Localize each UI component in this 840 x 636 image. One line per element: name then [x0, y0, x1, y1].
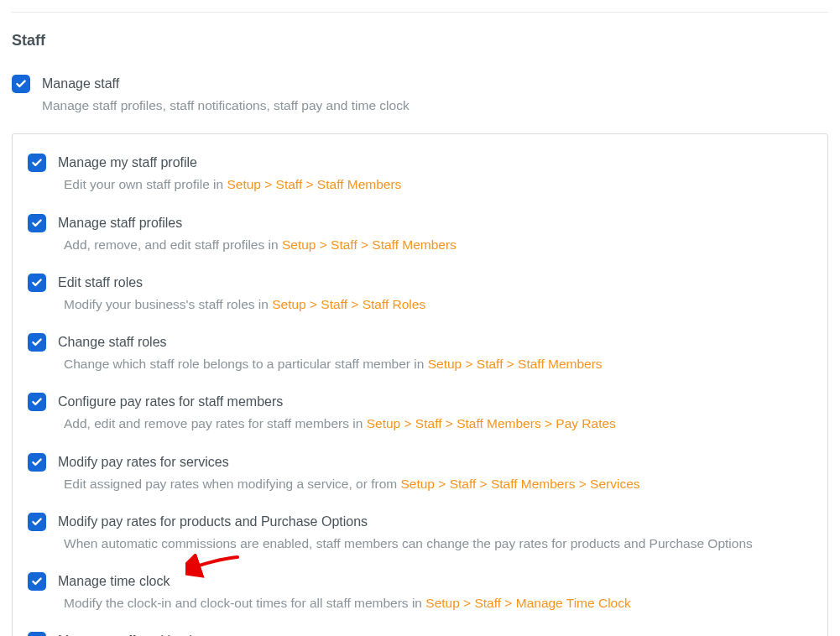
permission-text: Manage time clock Modify the clock-in an…: [58, 571, 812, 613]
breadcrumb-link[interactable]: Setup > Staff > Staff Members: [282, 237, 457, 252]
permission-label: Modify pay rates for services: [58, 452, 812, 472]
permission-label: Manage my staff profile: [58, 153, 812, 173]
checkmark-icon: [31, 277, 43, 289]
breadcrumb-link[interactable]: Setup > Staff > Staff Members: [428, 357, 603, 371]
breadcrumb-link[interactable]: Setup > Staff > Manage Time Clock: [425, 596, 630, 610]
sub-permission-row: Manage my staff profile Edit your own st…: [28, 153, 812, 194]
permission-text: Edit staff roles Modify your business's …: [58, 273, 812, 314]
main-container: Staff Manage staff Manage staff profiles…: [12, 12, 828, 636]
permission-description: Modify your business's staff roles in Se…: [58, 295, 812, 314]
permission-label: Manage time clock: [58, 571, 812, 592]
breadcrumb-link[interactable]: Setup > Staff > Staff Members: [227, 177, 401, 191]
checkbox-manage-staff-profiles[interactable]: [28, 214, 46, 232]
permission-description: Edit assigned pay rates when modifying a…: [58, 474, 812, 493]
checkmark-icon: [31, 456, 43, 468]
checkbox-manage-time-clock[interactable]: [28, 572, 46, 591]
sub-permission-row: Modify pay rates for services Edit assig…: [28, 452, 812, 493]
permission-description: Edit your own staff profile in Setup > S…: [58, 175, 812, 194]
permission-description: Add, remove, and edit staff profiles in …: [58, 235, 812, 254]
section-title: Staff: [12, 29, 828, 52]
sub-permission-row: Manage staff working hours Modify the av…: [28, 631, 812, 636]
checkbox-configure-pay-rates[interactable]: [28, 393, 46, 411]
permission-text: Modify pay rates for products and Purcha…: [58, 512, 812, 553]
checkbox-manage-my-staff-profile[interactable]: [28, 154, 46, 172]
checkmark-icon: [31, 336, 43, 348]
checkmark-icon: [31, 157, 43, 169]
permission-text: Change staff roles Change which staff ro…: [58, 332, 812, 373]
sub-permission-row: Change staff roles Change which staff ro…: [28, 332, 812, 373]
checkmark-icon: [31, 217, 43, 229]
permission-description: Add, edit and remove pay rates for staff…: [58, 414, 812, 433]
checkbox-modify-pay-rates-products[interactable]: [28, 513, 46, 531]
permission-text: Configure pay rates for staff members Ad…: [58, 392, 812, 433]
permission-description: Modify the clock-in and clock-out times …: [58, 593, 812, 613]
main-permission-row: Manage staff Manage staff profiles, staf…: [12, 74, 828, 115]
main-permission-label: Manage staff: [42, 74, 828, 94]
sub-permission-row: Modify pay rates for products and Purcha…: [28, 512, 812, 553]
permission-text: Modify pay rates for services Edit assig…: [58, 452, 812, 493]
sub-permission-row: Manage time clock Modify the clock-in an…: [28, 571, 812, 613]
checkbox-modify-pay-rates-services[interactable]: [28, 453, 46, 472]
checkbox-manage-staff-working-hours[interactable]: [28, 632, 46, 636]
permission-text: Manage staff profiles Add, remove, and e…: [58, 213, 812, 254]
checkmark-icon: [31, 516, 43, 528]
main-permission-description: Manage staff profiles, staff notificatio…: [42, 96, 828, 115]
permission-label: Configure pay rates for staff members: [58, 392, 812, 412]
checkbox-manage-staff[interactable]: [12, 75, 30, 93]
checkmark-icon: [31, 576, 43, 587]
permission-label: Manage staff working hours: [58, 631, 812, 636]
sub-permissions-box: Manage my staff profile Edit your own st…: [12, 133, 828, 636]
breadcrumb-link[interactable]: Setup > Staff > Staff Roles: [272, 297, 425, 311]
top-divider: [12, 12, 828, 13]
permission-description: Change which staff role belongs to a par…: [58, 354, 812, 373]
checkbox-edit-staff-roles[interactable]: [28, 274, 46, 292]
permission-text: Manage staff working hours Modify the av…: [58, 631, 812, 636]
sub-permission-row: Configure pay rates for staff members Ad…: [28, 392, 812, 433]
sub-permission-row: Manage staff profiles Add, remove, and e…: [28, 213, 812, 254]
permission-label: Manage staff profiles: [58, 213, 812, 233]
checkmark-icon: [15, 78, 27, 90]
breadcrumb-link[interactable]: Setup > Staff > Staff Members > Pay Rate…: [367, 416, 616, 430]
checkmark-icon: [31, 396, 43, 408]
permission-label: Edit staff roles: [58, 273, 812, 293]
permission-label: Change staff roles: [58, 332, 812, 352]
permission-label: Modify pay rates for products and Purcha…: [58, 512, 812, 532]
checkbox-change-staff-roles[interactable]: [28, 333, 46, 352]
permission-description: When automatic commissions are enabled, …: [58, 534, 812, 553]
main-permission-text: Manage staff Manage staff profiles, staf…: [42, 74, 828, 115]
sub-permission-row: Edit staff roles Modify your business's …: [28, 273, 812, 314]
breadcrumb-link[interactable]: Setup > Staff > Staff Members > Services: [400, 477, 639, 491]
permission-text: Manage my staff profile Edit your own st…: [58, 153, 812, 194]
